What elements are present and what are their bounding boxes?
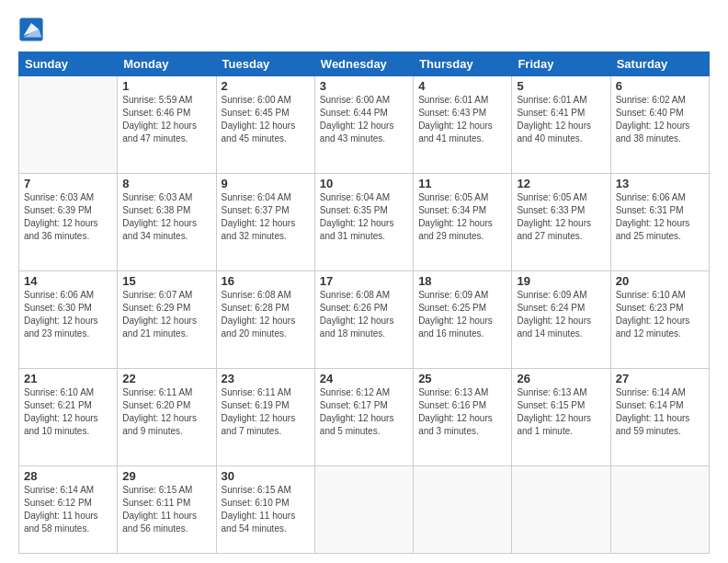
calendar-week-2: 7Sunrise: 6:03 AM Sunset: 6:39 PM Daylig… <box>19 173 710 270</box>
day-number: 18 <box>418 274 506 288</box>
calendar-cell <box>610 465 709 553</box>
logo-icon <box>18 17 44 42</box>
calendar-cell: 11Sunrise: 6:05 AM Sunset: 6:34 PM Dayli… <box>414 173 512 270</box>
day-info: Sunrise: 6:03 AM Sunset: 6:38 PM Dayligh… <box>122 191 210 243</box>
day-info: Sunrise: 6:11 AM Sunset: 6:19 PM Dayligh… <box>222 386 310 438</box>
calendar-cell: 4Sunrise: 6:01 AM Sunset: 6:43 PM Daylig… <box>414 76 512 174</box>
day-number: 21 <box>24 372 112 385</box>
day-info: Sunrise: 6:09 AM Sunset: 6:24 PM Dayligh… <box>517 289 605 340</box>
day-number: 22 <box>122 372 210 385</box>
calendar-week-5: 28Sunrise: 6:14 AM Sunset: 6:12 PM Dayli… <box>19 465 710 553</box>
calendar-cell: 13Sunrise: 6:06 AM Sunset: 6:31 PM Dayli… <box>610 173 709 270</box>
day-info: Sunrise: 6:10 AM Sunset: 6:23 PM Dayligh… <box>616 289 704 340</box>
calendar-cell: 8Sunrise: 6:03 AM Sunset: 6:38 PM Daylig… <box>118 173 216 270</box>
calendar-cell: 15Sunrise: 6:07 AM Sunset: 6:29 PM Dayli… <box>118 270 216 368</box>
day-number: 20 <box>616 274 704 288</box>
calendar-cell: 17Sunrise: 6:08 AM Sunset: 6:26 PM Dayli… <box>314 270 413 368</box>
day-header-monday: Monday <box>118 52 216 76</box>
day-info: Sunrise: 6:13 AM Sunset: 6:15 PM Dayligh… <box>517 386 605 438</box>
day-number: 19 <box>517 274 605 288</box>
calendar-cell: 21Sunrise: 6:10 AM Sunset: 6:21 PM Dayli… <box>19 368 118 465</box>
day-number: 7 <box>24 177 112 190</box>
day-info: Sunrise: 6:08 AM Sunset: 6:26 PM Dayligh… <box>320 289 408 340</box>
calendar-cell: 19Sunrise: 6:09 AM Sunset: 6:24 PM Dayli… <box>512 270 610 368</box>
calendar-cell: 9Sunrise: 6:04 AM Sunset: 6:37 PM Daylig… <box>216 173 314 270</box>
header <box>18 17 710 42</box>
day-info: Sunrise: 6:01 AM Sunset: 6:43 PM Dayligh… <box>418 94 506 145</box>
day-number: 1 <box>122 79 210 93</box>
day-info: Sunrise: 6:07 AM Sunset: 6:29 PM Dayligh… <box>122 289 210 340</box>
day-info: Sunrise: 6:01 AM Sunset: 6:41 PM Dayligh… <box>517 94 605 145</box>
calendar-cell: 28Sunrise: 6:14 AM Sunset: 6:12 PM Dayli… <box>19 465 118 553</box>
calendar-cell: 3Sunrise: 6:00 AM Sunset: 6:44 PM Daylig… <box>314 76 413 174</box>
day-number: 25 <box>418 372 506 385</box>
day-number: 15 <box>122 274 210 288</box>
calendar-cell: 14Sunrise: 6:06 AM Sunset: 6:30 PM Dayli… <box>19 270 118 368</box>
day-number: 9 <box>222 177 310 190</box>
calendar-cell <box>512 465 610 553</box>
calendar-cell: 10Sunrise: 6:04 AM Sunset: 6:35 PM Dayli… <box>314 173 413 270</box>
calendar-cell <box>314 465 413 553</box>
day-info: Sunrise: 6:05 AM Sunset: 6:33 PM Dayligh… <box>517 191 605 243</box>
day-info: Sunrise: 6:00 AM Sunset: 6:45 PM Dayligh… <box>222 94 310 145</box>
calendar-week-1: 1Sunrise: 5:59 AM Sunset: 6:46 PM Daylig… <box>19 76 710 174</box>
logo <box>18 17 48 42</box>
calendar-table: SundayMondayTuesdayWednesdayThursdayFrid… <box>18 52 710 554</box>
calendar-cell: 29Sunrise: 6:15 AM Sunset: 6:11 PM Dayli… <box>118 465 216 553</box>
day-number: 10 <box>320 177 408 190</box>
calendar-cell: 2Sunrise: 6:00 AM Sunset: 6:45 PM Daylig… <box>216 76 314 174</box>
calendar-cell: 20Sunrise: 6:10 AM Sunset: 6:23 PM Dayli… <box>610 270 709 368</box>
calendar-cell: 22Sunrise: 6:11 AM Sunset: 6:20 PM Dayli… <box>118 368 216 465</box>
day-info: Sunrise: 6:02 AM Sunset: 6:40 PM Dayligh… <box>616 94 704 145</box>
day-number: 3 <box>320 79 408 93</box>
day-info: Sunrise: 6:09 AM Sunset: 6:25 PM Dayligh… <box>418 289 506 340</box>
day-info: Sunrise: 5:59 AM Sunset: 6:46 PM Dayligh… <box>122 94 210 145</box>
calendar-cell: 16Sunrise: 6:08 AM Sunset: 6:28 PM Dayli… <box>216 270 314 368</box>
calendar-cell: 23Sunrise: 6:11 AM Sunset: 6:19 PM Dayli… <box>216 368 314 465</box>
day-header-sunday: Sunday <box>19 52 118 76</box>
day-number: 24 <box>320 372 408 385</box>
day-number: 26 <box>517 372 605 385</box>
day-info: Sunrise: 6:04 AM Sunset: 6:37 PM Dayligh… <box>222 191 310 243</box>
calendar-cell: 30Sunrise: 6:15 AM Sunset: 6:10 PM Dayli… <box>216 465 314 553</box>
day-info: Sunrise: 6:14 AM Sunset: 6:12 PM Dayligh… <box>24 484 112 535</box>
day-info: Sunrise: 6:10 AM Sunset: 6:21 PM Dayligh… <box>24 386 112 438</box>
day-number: 17 <box>320 274 408 288</box>
day-header-tuesday: Tuesday <box>216 52 314 76</box>
day-number: 4 <box>418 79 506 93</box>
calendar-cell: 1Sunrise: 5:59 AM Sunset: 6:46 PM Daylig… <box>118 76 216 174</box>
calendar-cell: 12Sunrise: 6:05 AM Sunset: 6:33 PM Dayli… <box>512 173 610 270</box>
calendar-week-4: 21Sunrise: 6:10 AM Sunset: 6:21 PM Dayli… <box>19 368 710 465</box>
day-header-saturday: Saturday <box>610 52 709 76</box>
day-header-thursday: Thursday <box>414 52 512 76</box>
day-number: 11 <box>418 177 506 190</box>
day-info: Sunrise: 6:15 AM Sunset: 6:11 PM Dayligh… <box>122 484 210 535</box>
day-number: 13 <box>616 177 704 190</box>
day-info: Sunrise: 6:15 AM Sunset: 6:10 PM Dayligh… <box>222 484 310 535</box>
calendar-cell <box>19 76 118 174</box>
day-info: Sunrise: 6:11 AM Sunset: 6:20 PM Dayligh… <box>122 386 210 438</box>
calendar-header-row: SundayMondayTuesdayWednesdayThursdayFrid… <box>19 52 710 76</box>
day-number: 23 <box>222 372 310 385</box>
day-info: Sunrise: 6:00 AM Sunset: 6:44 PM Dayligh… <box>320 94 408 145</box>
day-info: Sunrise: 6:12 AM Sunset: 6:17 PM Dayligh… <box>320 386 408 438</box>
day-number: 29 <box>122 469 210 483</box>
day-number: 16 <box>222 274 310 288</box>
day-info: Sunrise: 6:14 AM Sunset: 6:14 PM Dayligh… <box>616 386 704 438</box>
day-number: 14 <box>24 274 112 288</box>
day-number: 5 <box>517 79 605 93</box>
day-number: 27 <box>616 372 704 385</box>
day-number: 28 <box>24 469 112 483</box>
calendar-cell: 27Sunrise: 6:14 AM Sunset: 6:14 PM Dayli… <box>610 368 709 465</box>
day-info: Sunrise: 6:04 AM Sunset: 6:35 PM Dayligh… <box>320 191 408 243</box>
calendar-cell: 26Sunrise: 6:13 AM Sunset: 6:15 PM Dayli… <box>512 368 610 465</box>
day-info: Sunrise: 6:03 AM Sunset: 6:39 PM Dayligh… <box>24 191 112 243</box>
day-number: 6 <box>616 79 704 93</box>
day-number: 12 <box>517 177 605 190</box>
calendar-cell <box>414 465 512 553</box>
calendar-cell: 7Sunrise: 6:03 AM Sunset: 6:39 PM Daylig… <box>19 173 118 270</box>
calendar-cell: 18Sunrise: 6:09 AM Sunset: 6:25 PM Dayli… <box>414 270 512 368</box>
day-number: 2 <box>222 79 310 93</box>
day-number: 30 <box>222 469 310 483</box>
page: SundayMondayTuesdayWednesdayThursdayFrid… <box>0 0 728 563</box>
